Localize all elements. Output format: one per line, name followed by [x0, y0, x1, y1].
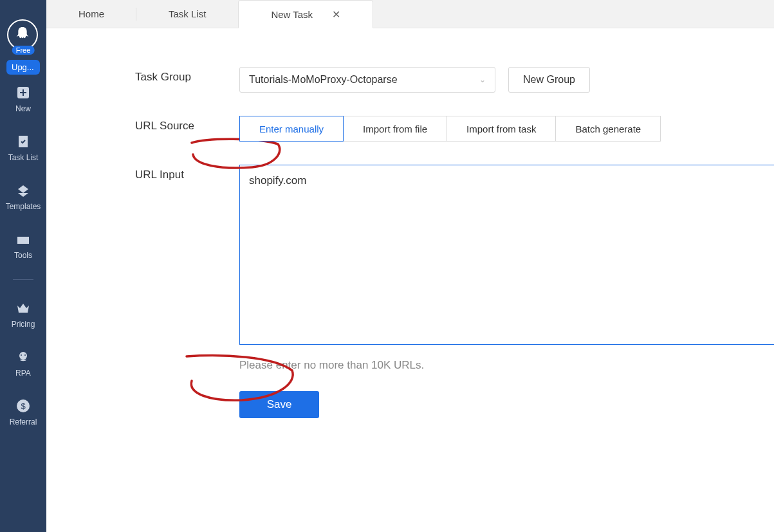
url-hint: Please enter no more than 10K URLs.: [239, 359, 774, 372]
task-group-value: Tutorials-MoMoProxy-Octoparse: [249, 74, 398, 86]
tab-label: Home: [78, 8, 104, 19]
plan-badge: Free: [12, 46, 35, 55]
template-icon: [15, 183, 31, 198]
sidebar-item-tools[interactable]: Tools: [0, 230, 46, 260]
checklist-icon: [15, 134, 31, 149]
svg-text:$: $: [21, 401, 26, 411]
option-enter-manually[interactable]: Enter manually: [239, 116, 344, 142]
url-input[interactable]: [239, 165, 774, 345]
task-group-select[interactable]: Tutorials-MoMoProxy-Octoparse ⌄: [239, 67, 495, 93]
url-input-label: URL Input: [135, 165, 239, 181]
sidebar-item-tasklist[interactable]: Task List: [0, 133, 46, 162]
robot-icon: [15, 349, 31, 365]
crown-icon: [15, 300, 31, 316]
save-button[interactable]: Save: [239, 391, 319, 418]
sidebar-item-label: New: [15, 104, 31, 113]
tab-tasklist[interactable]: Task List: [136, 0, 238, 28]
user-avatar[interactable]: Free: [7, 19, 39, 55]
tab-newtask[interactable]: New Task ✕: [238, 0, 373, 28]
option-import-file[interactable]: Import from file: [343, 116, 447, 142]
sidebar-item-pricing[interactable]: Pricing: [0, 299, 46, 329]
new-group-button[interactable]: New Group: [508, 67, 590, 93]
sidebar-item-label: Task List: [8, 153, 39, 162]
octopus-icon: [12, 24, 33, 45]
tab-home[interactable]: Home: [46, 0, 136, 28]
sidebar-item-label: RPA: [15, 369, 31, 378]
sidebar-item-templates[interactable]: Templates: [0, 181, 46, 211]
upgrade-button[interactable]: Upg...: [6, 60, 40, 75]
close-icon[interactable]: ✕: [332, 8, 340, 21]
sidebar-item-label: Pricing: [12, 320, 35, 329]
sidebar-item-label: Templates: [6, 202, 41, 211]
chevron-down-icon: ⌄: [479, 75, 486, 84]
svg-point-2: [21, 354, 22, 356]
plus-box-icon: [15, 85, 31, 100]
option-batch-generate[interactable]: Batch generate: [555, 116, 661, 142]
url-source-label: URL Source: [135, 116, 239, 133]
tab-label: Task List: [169, 8, 206, 19]
sidebar-item-rpa[interactable]: RPA: [0, 348, 46, 378]
content-area: Home Task List New Task ✕ Task Group Tut…: [46, 0, 774, 532]
svg-point-3: [24, 354, 26, 356]
tabbar: Home Task List New Task ✕: [46, 0, 774, 28]
sidebar-item-label: Referral: [10, 417, 37, 427]
new-task-form: Task Group Tutorials-MoMoProxy-Octoparse…: [46, 28, 774, 345]
sidebar-item-new[interactable]: New: [0, 84, 46, 113]
sidebar-separator: [13, 279, 33, 280]
dollar-icon: $: [15, 398, 31, 414]
task-group-label: Task Group: [135, 67, 239, 84]
toolbox-icon: [15, 232, 31, 247]
sidebar-item-label: Tools: [14, 251, 32, 260]
tab-label: New Task: [271, 9, 313, 20]
sidebar: Free Upg... New Task List Templates Tool…: [0, 0, 46, 532]
svg-point-1: [19, 352, 27, 360]
option-import-task[interactable]: Import from task: [447, 116, 556, 142]
url-source-options: Enter manually Import from file Import f…: [239, 116, 661, 142]
sidebar-item-referral[interactable]: $ Referral: [0, 397, 46, 427]
